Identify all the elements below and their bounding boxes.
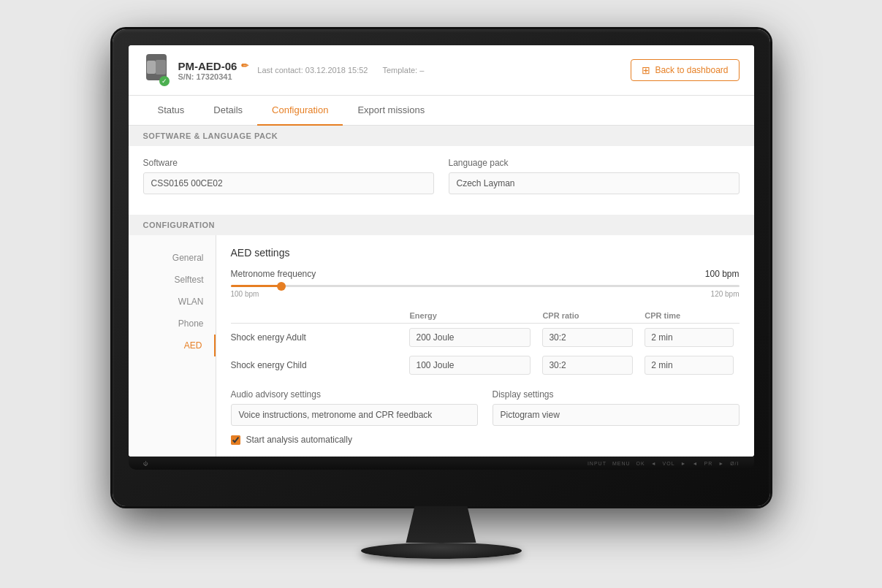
metronome-slider[interactable]: 100 bpm 120 bpm <box>231 285 740 298</box>
audio-display-row: Audio advisory settings Voice instructio… <box>231 389 740 426</box>
metronome-row: Metronome frequency 100 bpm <box>231 269 740 279</box>
slider-thumb <box>277 282 286 291</box>
vol-left-btn[interactable]: ◄ <box>651 461 657 466</box>
software-section-body: Software CSS0165 00CE02 Language pack Cz… <box>129 146 754 215</box>
energy-table: Energy CPR ratio CPR time Shock energy A… <box>231 308 740 379</box>
config-main: AED settings Metronome frequency 100 bpm <box>216 235 754 457</box>
child-cpr-time-value: 2 min <box>645 356 733 375</box>
device-name: PM-AED-06 ✏ <box>178 60 249 72</box>
adult-cpr-ratio-cell: 30:2 <box>536 324 639 352</box>
back-icon: ⊞ <box>642 64 650 76</box>
monitor: ✓ PM-AED-06 ✏ S/N: 17320341 Last <box>113 29 770 559</box>
language-value: Czech Layman <box>449 172 740 194</box>
config-layout: General Selftest WLAN Phone AED AED sett… <box>129 235 754 457</box>
adult-row-label: Shock energy Adult <box>231 324 404 352</box>
monitor-bezel: ✓ PM-AED-06 ✏ S/N: 17320341 Last <box>113 29 770 506</box>
child-energy-value: 100 Joule <box>409 356 531 375</box>
audio-label: Audio advisory settings <box>231 389 478 400</box>
power-toggle-btn[interactable]: Ø/I <box>730 461 739 466</box>
table-row: Shock energy Adult 200 Joule 30:2 2 min <box>231 324 740 352</box>
energy-table-header-row: Energy CPR ratio CPR time <box>231 308 740 324</box>
device-status-check: ✓ <box>159 76 170 86</box>
col-header-energy: Energy <box>403 308 536 324</box>
child-cpr-ratio-cell: 30:2 <box>536 351 639 379</box>
audio-group: Audio advisory settings Voice instructio… <box>231 389 478 426</box>
software-form-row: Software CSS0165 00CE02 Language pack Cz… <box>143 158 740 194</box>
slider-fill <box>231 285 282 287</box>
slider-min-label: 100 bpm <box>231 290 259 298</box>
last-contact: Last contact: 03.12.2018 15:52 <box>257 66 368 75</box>
display-label: Display settings <box>493 389 740 400</box>
device-icon: ✓ <box>143 54 170 86</box>
content-area: SOFTWARE & LANGUAGE PACK Software CSS016… <box>129 126 754 457</box>
tab-details[interactable]: Details <box>199 96 257 126</box>
adult-energy-cell: 200 Joule <box>403 324 536 352</box>
slider-labels: 100 bpm 120 bpm <box>231 290 740 298</box>
monitor-neck <box>398 506 485 543</box>
display-group: Display settings Pictogram view <box>493 389 740 426</box>
tab-configuration[interactable]: Configuration <box>257 96 343 126</box>
col-header-empty <box>231 308 404 324</box>
software-section-header: SOFTWARE & LANGUAGE PACK <box>129 126 754 146</box>
child-row-label: Shock energy Child <box>231 351 404 379</box>
aed-settings-title: AED settings <box>231 247 740 259</box>
adult-cpr-ratio-value: 30:2 <box>542 328 633 347</box>
sidebar-item-wlan[interactable]: WLAN <box>129 291 216 313</box>
adult-energy-value: 200 Joule <box>409 328 531 347</box>
device-info: PM-AED-06 ✏ S/N: 17320341 <box>178 60 249 81</box>
configuration-section-header: CONFIGURATION <box>129 215 754 235</box>
software-value: CSS0165 00CE02 <box>143 172 434 194</box>
metronome-label: Metronome frequency <box>231 269 316 279</box>
monitor-base <box>361 543 522 559</box>
table-row: Shock energy Child 100 Joule 30:2 2 min <box>231 351 740 379</box>
pr-right-btn[interactable]: ► <box>718 461 724 466</box>
input-btn[interactable]: INPUT <box>588 461 607 466</box>
screen: ✓ PM-AED-06 ✏ S/N: 17320341 Last <box>129 45 754 457</box>
vol-right-btn[interactable]: ► <box>681 461 687 466</box>
software-label: Software <box>143 158 434 168</box>
app-header: ✓ PM-AED-06 ✏ S/N: 17320341 Last <box>129 45 754 96</box>
header-meta: Last contact: 03.12.2018 15:52 Template:… <box>257 66 424 75</box>
back-to-dashboard-button[interactable]: ⊞ Back to dashboard <box>631 59 739 81</box>
sidebar-item-selftest[interactable]: Selftest <box>129 269 216 291</box>
col-header-cpr-ratio: CPR ratio <box>536 308 639 324</box>
language-label: Language pack <box>449 158 740 168</box>
menu-btn[interactable]: MENU <box>612 461 631 466</box>
adult-cpr-time-cell: 2 min <box>639 324 739 352</box>
sidebar-item-aed[interactable]: AED <box>129 335 216 356</box>
analysis-checkbox-label: Start analysis automatically <box>246 435 352 445</box>
analysis-checkbox-row: Start analysis automatically <box>231 435 740 445</box>
metronome-value: 100 bpm <box>705 269 740 279</box>
col-header-cpr-time: CPR time <box>639 308 739 324</box>
device-serial: S/N: 17320341 <box>178 72 249 81</box>
sidebar-item-general[interactable]: General <box>129 247 216 269</box>
nav-tabs: Status Details Configuration Export miss… <box>129 96 754 126</box>
pr-left-btn[interactable]: ◄ <box>693 461 699 466</box>
child-cpr-ratio-value: 30:2 <box>542 356 633 375</box>
adult-cpr-time-value: 2 min <box>645 328 733 347</box>
edit-icon[interactable]: ✏ <box>241 61 248 71</box>
vol-label: VOL <box>663 461 675 466</box>
analysis-checkbox[interactable] <box>231 435 240 445</box>
monitor-bottom-bar: ⏻ INPUT MENU OK ◄ VOL ► ◄ PR ► Ø/I <box>129 457 754 470</box>
audio-value: Voice instructions, metronome and CPR fe… <box>231 404 478 426</box>
child-energy-cell: 100 Joule <box>403 351 536 379</box>
header-left: ✓ PM-AED-06 ✏ S/N: 17320341 Last <box>143 54 425 86</box>
software-group: Software CSS0165 00CE02 <box>143 158 434 194</box>
pr-label: PR <box>704 461 712 466</box>
template-info: Template: – <box>382 66 424 75</box>
config-sidebar: General Selftest WLAN Phone AED <box>129 235 216 457</box>
language-group: Language pack Czech Layman <box>449 158 740 194</box>
tab-status[interactable]: Status <box>143 96 199 126</box>
sidebar-item-phone[interactable]: Phone <box>129 313 216 335</box>
power-button[interactable]: ⏻ <box>143 461 149 466</box>
child-cpr-time-cell: 2 min <box>639 351 739 379</box>
display-value: Pictogram view <box>493 404 740 426</box>
slider-max-label: 120 bpm <box>711 290 740 298</box>
slider-track <box>231 285 740 287</box>
tab-export-missions[interactable]: Export missions <box>343 96 439 126</box>
ok-btn[interactable]: OK <box>636 461 645 466</box>
